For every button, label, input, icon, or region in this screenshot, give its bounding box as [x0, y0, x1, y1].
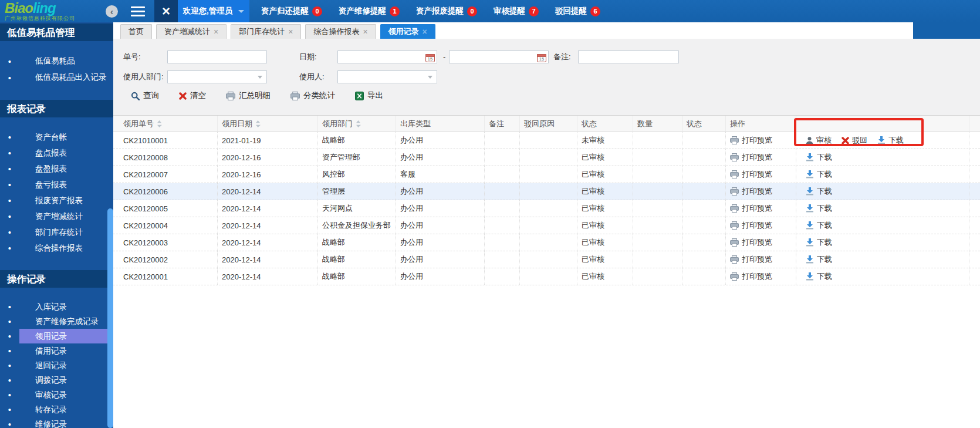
table-row[interactable]: CK201200012020-12-14战略部办公用已审核打印预览下载	[113, 268, 980, 285]
summary-detail-button[interactable]: 汇总明细	[226, 90, 271, 101]
print-preview-link[interactable]: 打印预览	[730, 135, 772, 146]
sort-icon[interactable]	[356, 120, 361, 127]
print-preview-link[interactable]: 打印预览	[730, 169, 772, 180]
user-menu[interactable]: 欢迎您,管理员	[178, 0, 249, 22]
download-link[interactable]: 下载	[806, 152, 832, 163]
download-link[interactable]: 下载	[806, 237, 832, 248]
sidebar-item[interactable]: •低值易耗品	[0, 53, 113, 69]
print-preview-link[interactable]: 打印预览	[730, 220, 772, 231]
download-link[interactable]: 下载	[806, 254, 832, 265]
sort-icon[interactable]	[255, 120, 261, 127]
sidebar-item[interactable]: •低值易耗品出入记录	[0, 69, 113, 86]
tab-close-icon[interactable]: ×	[423, 28, 427, 36]
sidebar-item[interactable]: •维修记录	[0, 417, 113, 428]
remark-input[interactable]	[578, 50, 679, 63]
notification-item[interactable]: 资产维修提醒1	[339, 6, 400, 16]
sidebar-item[interactable]: •报废资产报表	[0, 193, 113, 208]
print-preview-link[interactable]: 打印预览	[730, 186, 772, 197]
print-preview-link[interactable]: 打印预览	[730, 254, 772, 265]
download-link[interactable]: 下载	[806, 220, 832, 231]
notification-item[interactable]: 驳回提醒6	[555, 6, 600, 16]
table-row[interactable]: CK201200082020-12-16资产管理部办公用已审核打印预览下载	[113, 149, 980, 166]
notification-item[interactable]: 审核提醒7	[494, 6, 539, 16]
table-row[interactable]: CK201200072020-12-16风控部客服已审核打印预览下载	[113, 166, 980, 183]
print-preview-link[interactable]: 打印预览	[730, 203, 772, 214]
sidebar-section-title[interactable]: 操作记录	[0, 270, 113, 288]
column-header[interactable]: 数量	[633, 116, 682, 132]
download-link[interactable]: 下载	[806, 271, 832, 282]
column-header[interactable]	[796, 116, 969, 132]
table-row[interactable]: CK201200062020-12-14管理层办公用已审核打印预览下载	[113, 183, 980, 200]
cell-date: 2020-12-16	[218, 149, 318, 166]
sort-icon[interactable]	[157, 120, 162, 127]
tab-close-icon[interactable]: ×	[288, 28, 293, 36]
column-header[interactable]: 备注	[485, 116, 520, 132]
export-button[interactable]: 导出	[355, 90, 383, 101]
download-link[interactable]: 下载	[806, 169, 832, 180]
user-dept-select[interactable]	[167, 70, 267, 83]
sidebar-item[interactable]: •领用记录	[0, 329, 113, 343]
download-link[interactable]: 下载	[806, 186, 832, 197]
print-preview-link[interactable]: 打印预览	[730, 271, 772, 282]
column-header[interactable]: 驳回原因	[520, 116, 577, 132]
tab-0[interactable]: 首页	[120, 24, 152, 39]
sidebar-item[interactable]: •退回记录	[0, 358, 113, 373]
column-header[interactable]: 状态	[682, 116, 726, 132]
sidebar-item[interactable]: •审核记录	[0, 387, 113, 402]
table-row[interactable]: CK201200022020-12-14战略部办公用已审核打印预览下载	[113, 251, 980, 268]
close-button[interactable]: ×	[154, 0, 178, 22]
column-header[interactable]: 领用日期	[218, 116, 318, 132]
sidebar-item[interactable]: •转存记录	[0, 402, 113, 417]
clear-button[interactable]: 清空	[179, 90, 206, 101]
column-header[interactable]: 领用单号	[119, 116, 218, 132]
category-stats-button[interactable]: 分类统计	[290, 90, 335, 101]
sidebar-item[interactable]: •资产台帐	[0, 129, 113, 145]
date-from-input[interactable]: 15	[337, 50, 437, 63]
table-row[interactable]: CK201200042020-12-14公积金及担保业务部办公用已审核打印预览下…	[113, 217, 980, 234]
print-preview-link[interactable]: 打印预览	[730, 237, 772, 248]
date-to-input[interactable]: 15	[449, 50, 549, 63]
user-select[interactable]	[337, 70, 437, 83]
tab-2[interactable]: 部门库存统计×	[231, 24, 301, 39]
tab-3[interactable]: 综合操作报表×	[305, 24, 376, 39]
calendar-icon[interactable]: 15	[425, 53, 435, 64]
tab-4[interactable]: 领用记录×	[380, 24, 435, 39]
table-row[interactable]: CK210100012021-01-19战略部办公用未审核打印预览审核驳回下载	[113, 132, 980, 149]
reject-link[interactable]: 驳回	[842, 135, 867, 146]
column-header[interactable]: 出库类型	[396, 116, 485, 132]
bullet-icon: •	[0, 240, 19, 256]
sidebar-item[interactable]: •部门库存统计	[0, 224, 113, 240]
column-header[interactable]: 操作	[726, 116, 796, 132]
download-link[interactable]: 下载	[806, 203, 832, 214]
sidebar-section-title[interactable]: 报表记录	[0, 100, 113, 117]
sidebar-item[interactable]: •资产增减统计	[0, 208, 113, 224]
sidebar-section-title[interactable]: 低值易耗品管理	[0, 23, 113, 41]
tab-1[interactable]: 资产增减统计×	[156, 24, 227, 39]
sidebar-item[interactable]: •借用记录	[0, 343, 113, 358]
table-row[interactable]: CK201200052020-12-14天河网点办公用已审核打印预览下载	[113, 200, 980, 217]
sidebar-item[interactable]: •调拨记录	[0, 373, 113, 387]
print-preview-link[interactable]: 打印预览	[730, 152, 772, 163]
cell-status2	[682, 200, 726, 217]
calendar-icon[interactable]: 15	[537, 53, 546, 64]
sidebar-item[interactable]: •入库记录	[0, 299, 113, 314]
sidebar-scrollbar[interactable]	[107, 208, 113, 428]
column-header[interactable]: 领用部门	[318, 116, 396, 132]
download-link[interactable]: 下载	[877, 135, 904, 146]
column-header[interactable]: 状态	[577, 116, 633, 132]
sidebar-item[interactable]: •盘点报表	[0, 145, 113, 161]
audit-link[interactable]: 审核	[806, 135, 832, 146]
sidebar-item[interactable]: •资产维修完成记录	[0, 314, 113, 329]
table-row[interactable]: CK201200032020-12-14战略部办公用已审核打印预览下载	[113, 234, 980, 251]
notification-item[interactable]: 资产归还提醒0	[261, 6, 322, 16]
collapse-sidebar-button[interactable]: ‹	[106, 5, 118, 18]
tab-close-icon[interactable]: ×	[363, 28, 367, 36]
notification-item[interactable]: 资产报废提醒0	[416, 6, 477, 16]
sidebar-item[interactable]: •盘亏报表	[0, 177, 113, 193]
sidebar-item[interactable]: •盘盈报表	[0, 161, 113, 177]
order-no-input[interactable]	[167, 50, 267, 63]
menu-icon[interactable]	[131, 6, 145, 16]
sidebar-item[interactable]: •综合操作报表	[0, 240, 113, 256]
tab-close-icon[interactable]: ×	[214, 28, 218, 36]
search-button[interactable]: 查询	[131, 90, 159, 101]
